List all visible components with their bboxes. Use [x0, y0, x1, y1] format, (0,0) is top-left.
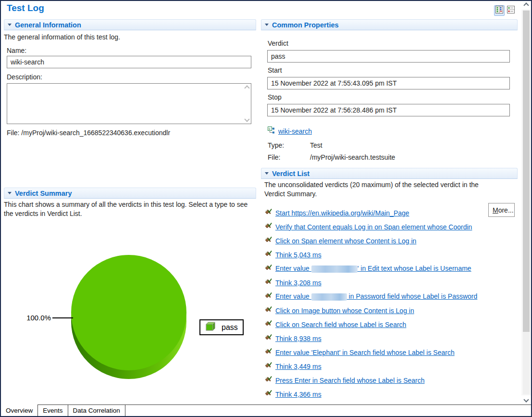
- list-view-icon: [507, 6, 515, 15]
- verdict-list-item: Think 5,043 ms: [264, 248, 486, 262]
- test-link[interactable]: wiki-search: [278, 127, 312, 135]
- redacted-value: [311, 293, 347, 301]
- verdict-link[interactable]: Start https://en.wikipedia.org/wiki/Main…: [275, 209, 409, 217]
- verdict-link[interactable]: Press Enter in Search field whose Label …: [275, 377, 425, 384]
- scrollbar-down-button[interactable]: [521, 395, 531, 404]
- collapse-arrow-icon[interactable]: [265, 24, 269, 26]
- section-header-common-properties: Common Properties: [261, 19, 518, 30]
- legend-pass-label: pass: [222, 323, 238, 332]
- verdict-link[interactable]: Think 5,043 ms: [275, 251, 322, 259]
- name-label: Name:: [7, 47, 26, 54]
- verdict-pass-icon: [264, 403, 272, 404]
- verdict-pie-chart[interactable]: [71, 255, 186, 380]
- start-input[interactable]: [267, 77, 510, 89]
- stop-input[interactable]: [267, 104, 510, 116]
- scrollbar-thumb[interactable]: [523, 11, 530, 332]
- form-view-icon: [495, 6, 503, 15]
- section-title: General Information: [15, 21, 81, 29]
- pie-percent-label: 100.0%: [17, 314, 51, 322]
- verdict-pass-icon: [264, 264, 272, 274]
- section-header-verdict-summary: Verdict Summary: [4, 188, 256, 199]
- file-label: File:: [268, 153, 280, 161]
- verdict-list-item: Enter value 'Elephant' in Search field w…: [264, 345, 486, 359]
- verdict-link[interactable]: Think 8,938 ms: [275, 335, 322, 342]
- tab-label: Data Correlation: [73, 407, 120, 414]
- verdict-link[interactable]: Click on Image button whose Content is L…: [275, 307, 414, 315]
- verdict-list-item: Enter value in Password field whose Labe…: [264, 290, 486, 303]
- test-log-editor: Test Log: [0, 0, 532, 417]
- verdict-pass-icon: [264, 333, 272, 343]
- collapse-arrow-icon[interactable]: [8, 24, 12, 26]
- verdict-list-item: Think 3,208 ms: [264, 276, 486, 290]
- verdict-list-item: Verify that Content equals Log in on Spa…: [264, 220, 486, 234]
- legend-pass-swatch-icon: [204, 321, 216, 334]
- scroll-down-icon: [244, 116, 249, 122]
- verdict-link[interactable]: Enter value in Password field whose Labe…: [275, 292, 477, 301]
- verdict-label: Verdict: [268, 39, 288, 47]
- verdict-input[interactable]: [267, 50, 510, 63]
- verdict-pass-icon: [264, 208, 272, 218]
- verdict-list-item: Think 3,449 ms: [264, 359, 486, 373]
- general-information-description: The general information of this test log…: [4, 33, 254, 42]
- testsuite-icon: E: [267, 126, 275, 136]
- collapse-arrow-icon[interactable]: [8, 192, 12, 194]
- chevron-down-icon: [523, 397, 529, 402]
- description-textarea[interactable]: [7, 83, 251, 124]
- verdict-pass-icon: [264, 291, 272, 302]
- tab-overview[interactable]: Overview: [1, 405, 38, 416]
- verdict-list-item: Start https://en.wikipedia.org/wiki/Main…: [264, 206, 486, 220]
- section-title: Common Properties: [272, 21, 339, 29]
- verdict-list-item: Click on Search field whose Label is Sea…: [264, 317, 486, 331]
- log-file-path: File: /myProj/wiki-search_1668522340636.…: [7, 129, 170, 137]
- verdict-pass-icon: [264, 278, 272, 288]
- collapse-arrow-icon[interactable]: [265, 172, 269, 175]
- verdict-list-description: The unconsolidated verdicts (20 maximum)…: [264, 180, 500, 199]
- pie-legend[interactable]: pass: [199, 319, 244, 335]
- tab-events[interactable]: Events: [38, 405, 68, 416]
- verdict-list-item: Think 8,938 ms: [264, 331, 486, 345]
- editor-tab-bar: Overview Events Data Correlation: [1, 404, 531, 416]
- section-header-general-information: General Information: [4, 19, 256, 30]
- verdict-list-item: Click on Span element whose Content is L…: [264, 234, 486, 248]
- verdict-link[interactable]: Click on Search field whose Label is Sea…: [275, 321, 406, 329]
- verdict-list: Start https://en.wikipedia.org/wiki/Main…: [264, 206, 486, 404]
- verdict-pass-icon: [264, 236, 272, 246]
- form-view-toggle-button[interactable]: [494, 5, 505, 16]
- section-header-verdict-list: Verdict List: [261, 168, 518, 179]
- scrollbar-up-button[interactable]: [521, 1, 531, 10]
- chevron-up-icon: [523, 2, 529, 8]
- section-title: Verdict Summary: [15, 190, 72, 197]
- verdict-pass-icon: [264, 389, 272, 399]
- verdict-link[interactable]: Think 3,208 ms: [275, 279, 322, 287]
- verdict-list-item: Think 4,366 ms: [264, 387, 486, 401]
- verdict-list-item: Press Enter in Search field whose Label …: [264, 373, 486, 387]
- verdict-link[interactable]: Click on Span element whose Content is L…: [275, 237, 416, 245]
- verdict-pass-icon: [264, 347, 272, 357]
- verdict-link[interactable]: Enter value 'Elephant' in Search field w…: [275, 349, 455, 356]
- page-title: Test Log: [7, 3, 44, 13]
- tab-data-correlation[interactable]: Data Correlation: [68, 405, 125, 416]
- textarea-scrollbar[interactable]: [243, 84, 251, 124]
- verdict-link[interactable]: Think 4,366 ms: [275, 391, 322, 398]
- redacted-value: [311, 265, 358, 273]
- verdict-link[interactable]: Think 3,449 ms: [275, 363, 322, 370]
- verdict-pass-icon: [264, 250, 272, 260]
- svg-text:E: E: [269, 127, 271, 130]
- verdict-list-item: Enter value ' in Edit text whose Label i…: [264, 262, 486, 276]
- stop-label: Stop: [268, 93, 282, 101]
- verdict-list-item: Click on Span element whose Coordinates …: [264, 401, 486, 404]
- tab-label: Events: [43, 407, 62, 414]
- name-input[interactable]: [7, 56, 251, 68]
- pie-slice-pass[interactable]: [71, 255, 186, 370]
- verdict-link[interactable]: Enter value ' in Edit text whose Label i…: [275, 265, 471, 273]
- start-label: Start: [268, 66, 282, 74]
- verdict-list-item: Click on Image button whose Content is L…: [264, 303, 486, 317]
- verdict-pass-icon: [264, 222, 272, 232]
- list-view-toggle-button[interactable]: [506, 5, 516, 16]
- verdict-link[interactable]: Verify that Content equals Log in on Spa…: [275, 223, 472, 231]
- vertical-scrollbar[interactable]: [521, 1, 531, 404]
- verdict-pass-icon: [264, 361, 272, 371]
- more-button[interactable]: More...: [488, 203, 515, 217]
- pie-leader-line: [52, 317, 73, 318]
- description-label: Description:: [7, 73, 42, 81]
